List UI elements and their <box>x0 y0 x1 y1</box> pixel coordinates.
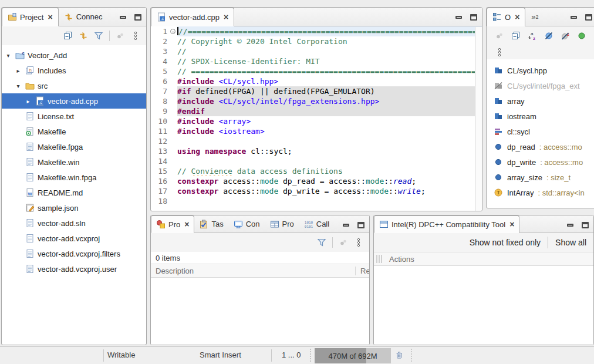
tab-connections[interactable]: Connec <box>59 8 109 26</box>
code-line[interactable]: 9#endif <box>151 106 482 116</box>
maximize-button[interactable] <box>357 222 365 228</box>
outline-item[interactable]: cl::sycl <box>487 124 594 139</box>
sort-icon[interactable]: az <box>528 31 537 41</box>
tree-item[interactable]: sample.json <box>2 200 146 215</box>
overview-ruler[interactable] <box>475 27 482 211</box>
column-resource[interactable]: Re <box>355 267 369 275</box>
code-line[interactable]: 4// SPDX-License-Identifier: MIT <box>151 56 482 66</box>
minimize-button[interactable] <box>455 16 462 19</box>
hide-non-public-icon[interactable] <box>577 31 586 41</box>
tree-item[interactable]: Makefile.win.fpga <box>2 170 146 185</box>
close-icon[interactable]: × <box>183 220 189 229</box>
maximize-button[interactable] <box>585 14 592 21</box>
minimize-button[interactable] <box>567 224 573 227</box>
tree-item[interactable]: ▾src <box>2 78 146 93</box>
tab-vector-add-cpp[interactable]: .cvector-add.cpp× <box>151 8 234 26</box>
code-line[interactable]: 14 <box>151 156 482 166</box>
chevron-right-icon[interactable]: ▸ <box>24 98 32 105</box>
tab-call-graph[interactable]: 10100101Call <box>299 215 335 232</box>
collapse-all-icon[interactable] <box>511 31 521 41</box>
tree-item[interactable]: Makefile.win <box>2 154 146 170</box>
close-icon[interactable]: × <box>46 12 52 22</box>
tab-problems[interactable]: Pro× <box>151 215 194 233</box>
tab-tasks[interactable]: Tas <box>194 215 228 232</box>
focus-icon[interactable] <box>339 238 348 247</box>
maximize-button[interactable] <box>470 14 477 21</box>
filter-icon[interactable] <box>317 238 326 247</box>
chevron-down-icon[interactable]: ▾ <box>4 52 12 59</box>
code-line[interactable]: 12 <box>151 136 482 146</box>
code-line[interactable]: 15// Convience data access definitions <box>151 166 482 176</box>
fold-marker-icon[interactable] <box>170 29 176 34</box>
tree-item[interactable]: ▾cVector_Add <box>2 48 146 63</box>
tree-item[interactable]: License.txt <box>2 109 146 124</box>
focus-icon[interactable] <box>495 31 504 41</box>
maximize-button[interactable] <box>582 222 589 228</box>
tree-item-label: sample.json <box>38 204 78 213</box>
column-description[interactable]: Description <box>151 267 198 275</box>
outline-item[interactable]: array <box>487 93 594 109</box>
column-grip[interactable] <box>374 255 384 263</box>
chevron-down-icon[interactable]: ▾ <box>14 83 22 89</box>
code-line[interactable]: 6#include <CL/sycl.hpp> <box>151 76 482 86</box>
outline-item[interactable]: iostream <box>487 109 594 124</box>
link-with-editor-icon[interactable] <box>79 31 88 41</box>
code-line[interactable]: 17constexpr access::mode dp_write = acce… <box>151 186 482 196</box>
outline-item[interactable]: CL/sycl/intel/fpga_ext <box>487 78 594 93</box>
hide-fields-icon[interactable] <box>544 31 554 41</box>
hide-static-icon[interactable]: s <box>561 31 570 41</box>
code-line[interactable]: 18 <box>151 196 482 206</box>
code-editor-area[interactable]: 1//=====================================… <box>151 26 482 210</box>
project-folder-icon: c <box>15 50 25 60</box>
code-line[interactable]: 3// <box>151 46 482 56</box>
outline-item[interactable]: TIntArray: std::array<in <box>487 185 594 200</box>
tree-item[interactable]: Makefile.fpga <box>2 139 146 154</box>
minimize-button[interactable] <box>343 224 349 227</box>
code-line[interactable]: 10#include <array> <box>151 116 482 126</box>
chevron-right-icon[interactable]: ▸ <box>14 68 22 74</box>
collapse-all-icon[interactable] <box>63 31 73 41</box>
view-menu-icon[interactable] <box>354 238 363 247</box>
outline-item[interactable]: array_size: size_t <box>487 170 594 185</box>
outline-item[interactable]: dp_write: access::mo <box>487 154 594 170</box>
tab-project[interactable]: Project× <box>2 8 59 26</box>
tree-item[interactable]: ▸hIncludes <box>2 63 146 78</box>
tab-properties[interactable]: Pro <box>265 215 299 232</box>
close-icon[interactable]: × <box>514 12 519 22</box>
focus-icon[interactable] <box>116 31 125 41</box>
tree-item[interactable]: vector-add.vcxproj <box>2 231 146 246</box>
view-menu-icon[interactable] <box>131 31 140 41</box>
tab-console[interactable]: Con <box>229 215 265 232</box>
filter-icon[interactable] <box>94 31 103 41</box>
tree-item[interactable]: ▸.cvector-add.cpp <box>2 93 146 109</box>
close-icon[interactable]: × <box>508 220 514 229</box>
outline-item[interactable]: CL/sycl.hpp <box>487 63 594 78</box>
tab-outline[interactable]: O× <box>487 8 525 26</box>
show-all-button[interactable]: Show all <box>548 238 593 247</box>
minimize-button[interactable] <box>120 16 126 19</box>
tree-item[interactable]: vector-add.sln <box>2 215 146 231</box>
column-actions[interactable]: Actions <box>384 255 419 264</box>
tree-item[interactable]: wREADME.md <box>2 185 146 200</box>
tab-dpct[interactable]: Intel(R) DPC++ Compatibility Tool× <box>374 215 519 233</box>
code-line[interactable]: 8#include <CL/sycl/intel/fpga_extensions… <box>151 96 482 106</box>
tree-item[interactable]: vector-add.vcxproj.user <box>2 261 146 277</box>
code-line[interactable]: 16constexpr access::mode dp_read = acces… <box>151 176 482 186</box>
view-menu-icon[interactable] <box>495 48 504 57</box>
maximize-button[interactable] <box>134 14 141 21</box>
code-line[interactable]: 2// Copyright © 2020 Intel Corporation <box>151 36 482 46</box>
heap-status-gauge[interactable]: 470M of 692M <box>315 348 391 363</box>
minimize-button[interactable] <box>571 16 577 19</box>
code-line[interactable]: 11#include <iostream> <box>151 126 482 136</box>
code-line[interactable]: 1//=====================================… <box>151 26 482 36</box>
code-line[interactable]: 5// ====================================… <box>151 66 482 76</box>
show-not-fixed-only-button[interactable]: Show not fixed only <box>463 238 548 247</box>
tree-item[interactable]: vector-add.vcxproj.filters <box>2 246 146 261</box>
outline-item[interactable]: dp_read: access::mo <box>487 139 594 154</box>
hidden-tabs-indicator[interactable]: »2 <box>525 8 544 26</box>
close-icon[interactable]: × <box>222 12 228 22</box>
code-line[interactable]: 7#if defined(FPGA) || defined(FPGA_EMULA… <box>151 86 482 96</box>
tree-item[interactable]: Makefile <box>2 124 146 139</box>
garbage-collect-button[interactable] <box>394 350 404 359</box>
code-line[interactable]: 13using namespace cl::sycl; <box>151 146 482 156</box>
